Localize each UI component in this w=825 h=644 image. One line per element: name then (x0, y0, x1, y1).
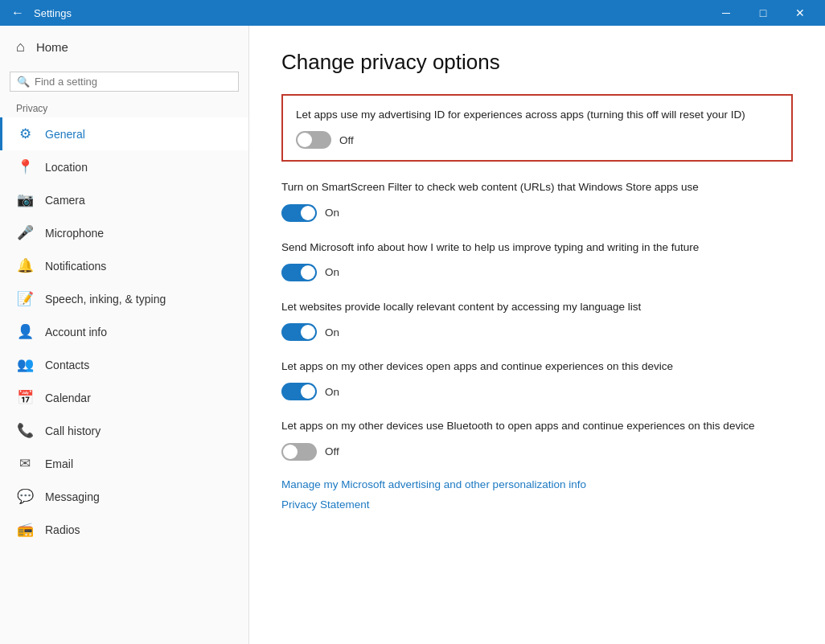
setting-text-language-list: Let websites provide locally relevant co… (281, 299, 793, 315)
toggle-label-language-list: On (325, 326, 339, 338)
notifications-icon: 🔔 (16, 257, 34, 274)
sidebar-item-home[interactable]: ⌂ Home (0, 26, 248, 68)
calendar-icon: 📅 (16, 389, 34, 406)
nav-items: ⚙ General 📍 Location 📷 Camera 🎤 Micropho… (0, 117, 248, 546)
sidebar-item-label-messaging: Messaging (45, 490, 100, 503)
messaging-icon: 💬 (16, 488, 34, 505)
sidebar-item-label-email: Email (45, 457, 73, 470)
toggle-label-smartscreen: On (325, 207, 339, 219)
app-window: ⌂ Home 🔍 Privacy ⚙ General 📍 Location 📷 … (0, 26, 825, 644)
toggle-other-devices[interactable] (281, 383, 317, 400)
setting-block-typing: Send Microsoft info about how I write to… (281, 240, 793, 281)
sidebar-item-email[interactable]: ✉ Email (0, 447, 248, 480)
email-icon: ✉ (16, 455, 34, 472)
toggle-label-other-devices: On (325, 386, 339, 398)
search-icon: 🔍 (17, 76, 30, 88)
setting-text-advertising-id: Let apps use my advertising ID for exper… (296, 107, 778, 123)
sidebar-item-label-notifications: Notifications (45, 260, 106, 273)
toggle-label-advertising-id: Off (339, 134, 354, 146)
toggle-knob-language-list (301, 325, 315, 339)
toggle-row-smartscreen: On (281, 204, 793, 222)
toggle-knob-typing (301, 265, 315, 280)
sidebar-item-label-microphone: Microphone (45, 227, 104, 240)
toggle-language-list[interactable] (281, 323, 317, 341)
toggle-bluetooth[interactable] (281, 443, 317, 461)
close-button[interactable]: ✕ (782, 0, 819, 26)
sidebar-item-calendar[interactable]: 📅 Calendar (0, 381, 248, 414)
sidebar-item-contacts[interactable]: 👥 Contacts (0, 348, 248, 381)
settings-list: Let apps use my advertising ID for exper… (281, 94, 793, 461)
toggle-label-typing: On (325, 266, 339, 278)
sidebar-item-speech[interactable]: 📝 Speech, inking, & typing (0, 282, 248, 315)
maximize-icon: □ (760, 6, 766, 19)
main-content: Change privacy options Let apps use my a… (249, 26, 825, 644)
back-button[interactable]: ← (6, 2, 29, 24)
toggle-advertising-id[interactable] (296, 131, 331, 149)
toggle-row-bluetooth: Off (281, 443, 793, 461)
setting-text-bluetooth: Let apps on my other devices use Bluetoo… (281, 418, 793, 434)
sidebar-item-microphone[interactable]: 🎤 Microphone (0, 216, 248, 249)
toggle-row-advertising-id: Off (296, 131, 778, 149)
maximize-button[interactable]: □ (745, 0, 782, 26)
toggle-row-language-list: On (281, 323, 793, 341)
camera-icon: 📷 (16, 191, 34, 208)
radios-icon: 📻 (16, 521, 34, 538)
sidebar: ⌂ Home 🔍 Privacy ⚙ General 📍 Location 📷 … (0, 26, 249, 644)
sidebar-item-notifications[interactable]: 🔔 Notifications (0, 249, 248, 282)
sidebar-item-label-speech: Speech, inking, & typing (45, 293, 166, 306)
app-title: Settings (34, 7, 708, 19)
sidebar-item-label-contacts: Contacts (45, 359, 89, 371)
sidebar-item-label-account-info: Account info (45, 326, 107, 338)
home-label: Home (36, 40, 68, 54)
toggle-typing[interactable] (281, 264, 317, 281)
setting-block-other-devices: Let apps on my other devices open apps a… (281, 359, 793, 400)
close-icon: ✕ (795, 6, 805, 19)
sidebar-item-location[interactable]: 📍 Location (0, 150, 248, 183)
setting-block-smartscreen: Turn on SmartScreen Filter to check web … (281, 179, 793, 221)
minimize-button[interactable]: ─ (708, 0, 745, 26)
account-info-icon: 👤 (16, 323, 34, 340)
toggle-knob-advertising-id (298, 133, 312, 147)
toggle-knob-smartscreen (301, 206, 315, 220)
sidebar-item-messaging[interactable]: 💬 Messaging (0, 480, 248, 513)
microphone-icon: 🎤 (16, 224, 34, 241)
setting-text-smartscreen: Turn on SmartScreen Filter to check web … (281, 179, 793, 195)
link-manage-advertising[interactable]: Manage my Microsoft advertising and othe… (281, 478, 793, 490)
search-input[interactable] (35, 76, 232, 88)
toggle-row-typing: On (281, 264, 793, 281)
sidebar-item-label-radios: Radios (45, 523, 80, 536)
sidebar-item-label-general: General (45, 128, 85, 141)
link-privacy-statement[interactable]: Privacy Statement (281, 498, 793, 511)
window-controls: ─ □ ✕ (708, 0, 819, 26)
location-icon: 📍 (16, 158, 34, 175)
setting-text-other-devices: Let apps on my other devices open apps a… (281, 359, 793, 375)
toggle-knob-bluetooth (283, 445, 298, 459)
toggle-smartscreen[interactable] (281, 204, 317, 222)
titlebar: ← Settings ─ □ ✕ (0, 0, 825, 26)
sidebar-item-label-call-history: Call history (45, 425, 101, 437)
links-list: Manage my Microsoft advertising and othe… (281, 478, 793, 511)
toggle-label-bluetooth: Off (325, 445, 339, 457)
toggle-row-other-devices: On (281, 383, 793, 400)
general-icon: ⚙ (16, 125, 34, 142)
page-title: Change privacy options (281, 50, 793, 75)
sidebar-item-label-location: Location (45, 161, 88, 174)
sidebar-item-label-camera: Camera (45, 194, 85, 207)
sidebar-item-general[interactable]: ⚙ General (0, 117, 248, 150)
setting-block-bluetooth: Let apps on my other devices use Bluetoo… (281, 418, 793, 460)
back-icon: ← (11, 6, 24, 20)
minimize-icon: ─ (722, 6, 730, 19)
sidebar-item-call-history[interactable]: 📞 Call history (0, 414, 248, 447)
sidebar-item-label-calendar: Calendar (45, 392, 91, 404)
search-box: 🔍 (10, 72, 239, 92)
sidebar-item-camera[interactable]: 📷 Camera (0, 183, 248, 216)
sidebar-item-account-info[interactable]: 👤 Account info (0, 315, 248, 348)
speech-icon: 📝 (16, 290, 34, 307)
toggle-knob-other-devices (301, 384, 315, 399)
sidebar-item-radios[interactable]: 📻 Radios (0, 513, 248, 546)
setting-text-typing: Send Microsoft info about how I write to… (281, 240, 793, 256)
home-icon: ⌂ (16, 39, 25, 55)
call-history-icon: 📞 (16, 422, 34, 439)
setting-block-language-list: Let websites provide locally relevant co… (281, 299, 793, 341)
sidebar-section-privacy: Privacy (0, 98, 248, 117)
